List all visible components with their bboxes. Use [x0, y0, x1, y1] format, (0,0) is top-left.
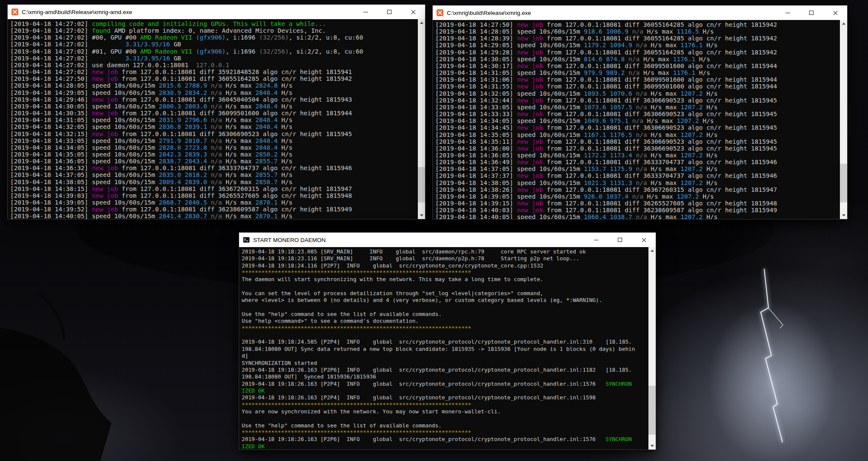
maximize-button[interactable] — [377, 5, 401, 19]
minimize-icon — [785, 13, 790, 13]
console-line: You are now synchronized with the networ… — [242, 408, 648, 415]
console-line: [2019-04-18 14:27:02] 3.31/3.95/16 GB — [10, 55, 418, 62]
scroll-down-icon — [420, 214, 423, 216]
console-line: [2019-04-18 14:27:02] #01, GPU #00 AMD R… — [10, 48, 418, 55]
console-line: [2019-04-18 14:27:02] new job from 127.0… — [10, 68, 418, 75]
close-button[interactable] — [632, 233, 656, 247]
minimize-button[interactable] — [354, 5, 377, 19]
console-line: [2019-04-18 14:30:17] new job from 127.0… — [435, 63, 840, 69]
console-app-icon — [243, 236, 250, 243]
console-line: [2019-04-18 14:37:37] new job from 127.0… — [435, 172, 840, 179]
console-output[interactable]: 2019-04-18 19:18:23.085 [SRV_MAIN] INFO … — [239, 247, 648, 450]
console-line: [2019-04-18 14:39:03] new job from 127.0… — [10, 192, 418, 199]
console-line: [2019-04-18 14:29:05] speed 10s/60s/15m … — [435, 42, 840, 48]
scroll-down-icon — [842, 214, 845, 216]
window-titlebar[interactable]: START MONERO DAEMON — [239, 233, 656, 247]
scrollbar-thumb[interactable] — [840, 164, 847, 202]
console-line: You can set the level of process detaili… — [242, 290, 648, 297]
console-line: Use "help <command>" to see a command's … — [242, 318, 648, 324]
scroll-up-icon — [420, 22, 423, 24]
vertical-scrollbar[interactable] — [840, 20, 847, 219]
minimize-button[interactable] — [584, 233, 608, 247]
scroll-up-button[interactable] — [648, 247, 656, 254]
console-line: [2019-04-18 14:27:50] new job from 127.0… — [435, 21, 840, 28]
console-line: [2019-04-18 14:27:02] use daemon 127.0.0… — [10, 62, 418, 68]
window-title: START MONERO DAEMON — [253, 237, 326, 243]
console-line: 198.84:18080 OUT] Synced 1815936/1815936 — [242, 373, 648, 380]
scroll-up-button[interactable] — [840, 20, 847, 27]
console-line: [2019-04-18 14:32:15] new job from 127.0… — [10, 131, 418, 137]
console-line: [2019-04-18 14:28:05] speed 10s/60s/15m … — [435, 28, 840, 35]
console-line: 2019-04-18 19:18:23.116 [SRV_MAIN] INFO … — [242, 255, 648, 262]
console-line: [2019-04-18 14:35:05] speed 10s/60s/15m … — [435, 131, 840, 138]
console-line: SYNCHRONIZATION started — [242, 360, 648, 367]
scroll-down-icon — [651, 445, 654, 447]
scrollbar-thumb[interactable] — [418, 167, 425, 202]
console-line: [2019-04-18 14:28:05] speed 10s/60s/15m … — [10, 82, 418, 89]
console-line: [2019-04-18 14:38:05] speed 10s/60s/15m … — [435, 179, 840, 186]
scrollbar-track[interactable] — [648, 254, 656, 442]
console-line: [2019-04-18 14:27:02] 3.31/3.95/16 GB — [10, 41, 418, 48]
console-line: [2019-04-18 14:35:11] new job from 127.0… — [435, 138, 840, 145]
desktop[interactable]: C:\xmrig-amd\build\Release\xmrig-amd.exe… — [0, 0, 868, 461]
close-button[interactable] — [823, 6, 847, 20]
xmrig-app-icon — [437, 9, 443, 16]
scroll-up-icon — [842, 23, 845, 25]
console-output[interactable]: [2019-04-18 14:27:50] new job from 127.0… — [433, 20, 840, 219]
console-line: IZED OK — [242, 443, 648, 450]
console-line: [2019-04-18 14:33:05] speed 10s/60s/15m … — [10, 137, 418, 144]
window-titlebar[interactable]: C:\xmrig-amd\build\Release\xmrig-amd.exe — [8, 5, 425, 19]
vertical-scrollbar[interactable] — [418, 19, 425, 219]
minimize-icon — [363, 12, 368, 12]
console-line: [2019-04-18 14:38:15] new job from 127.0… — [10, 185, 418, 192]
maximize-icon — [618, 238, 622, 242]
console-line: 2019-04-18 19:18:24.116 [P2P7] INFO glob… — [242, 262, 648, 269]
console-line — [242, 283, 648, 290]
scrollbar-track[interactable] — [840, 27, 847, 212]
close-icon — [641, 237, 647, 243]
scrollbar-thumb[interactable] — [648, 386, 656, 435]
scroll-down-button[interactable] — [840, 212, 847, 219]
console-line: [2019-04-18 14:34:05] speed 10s/60s/15m … — [435, 117, 840, 124]
console-line: The daemon will start synchronizing with… — [242, 276, 648, 283]
console-line: [2019-04-18 14:35:05] speed 10s/60s/15m … — [10, 151, 418, 158]
scroll-down-button[interactable] — [418, 212, 425, 219]
console-line: 198.84:18080 OUT] Sync data returned a n… — [242, 346, 648, 353]
console-line: ****************************************… — [242, 325, 648, 332]
scroll-up-icon — [651, 250, 654, 252]
maximize-button[interactable] — [799, 6, 823, 20]
xmrig-app-icon — [11, 9, 18, 15]
close-button[interactable] — [401, 5, 425, 19]
console-line: [2019-04-18 14:27:02] found AMD platform… — [10, 27, 418, 34]
console-line: ****************************************… — [242, 269, 648, 276]
console-line: [2019-04-18 14:30:05] speed 10s/60s/15m … — [435, 56, 840, 63]
window-titlebar[interactable]: C:\xmrig\build\Release\xmrig.exe — [433, 6, 847, 20]
console-line: [2019-04-18 14:37:05] speed 10s/60s/15m … — [10, 171, 418, 178]
console-line: [2019-04-18 14:40:05] speed 10s/60s/15m … — [435, 213, 840, 219]
console-line: [2019-04-18 14:31:06] new job from 127.0… — [435, 76, 840, 83]
scroll-down-button[interactable] — [648, 442, 656, 450]
scroll-up-button[interactable] — [418, 19, 425, 26]
console-line: [2019-04-18 14:32:44] new job from 127.0… — [435, 97, 840, 104]
console-line: [2019-04-18 14:39:05] speed 10s/60s/15m … — [435, 193, 840, 200]
console-line: [2019-04-18 14:31:55] new job from 127.0… — [435, 83, 840, 90]
close-icon — [411, 9, 416, 15]
console-line: [2019-04-18 14:33:05] speed 10s/60s/15m … — [435, 104, 840, 111]
scrollbar-track[interactable] — [418, 26, 425, 212]
window-monero-daemon: START MONERO DAEMON 2019-04-18 19:18:23.… — [239, 232, 656, 450]
minimize-button[interactable] — [776, 6, 799, 20]
console-line: 2019-04-18 19:18:26.163 [P2P4] INFO glob… — [242, 381, 648, 387]
console-output[interactable]: [2019-04-18 14:27:02] compiling code and… — [8, 19, 418, 219]
console-line: [2019-04-18 14:27:50] new job from 127.0… — [10, 75, 418, 82]
close-icon — [833, 10, 838, 16]
maximize-button[interactable] — [608, 233, 632, 247]
console-line: [2019-04-18 14:39:15] new job from 127.0… — [435, 200, 840, 207]
console-line: 2019-04-18 19:18:26.163 [P2P6] INFO glob… — [242, 436, 648, 443]
console-line — [242, 304, 648, 311]
console-line: [2019-04-18 14:34:45] new job from 127.0… — [435, 124, 840, 131]
minimize-icon — [594, 240, 599, 240]
console-line: d] — [242, 353, 648, 359]
vertical-scrollbar[interactable] — [648, 247, 656, 450]
console-line: [2019-04-18 14:38:05] speed 10s/60s/15m … — [10, 179, 418, 185]
console-line: [2019-04-18 14:27:02] #00, GPU #00 AMD R… — [10, 34, 418, 41]
